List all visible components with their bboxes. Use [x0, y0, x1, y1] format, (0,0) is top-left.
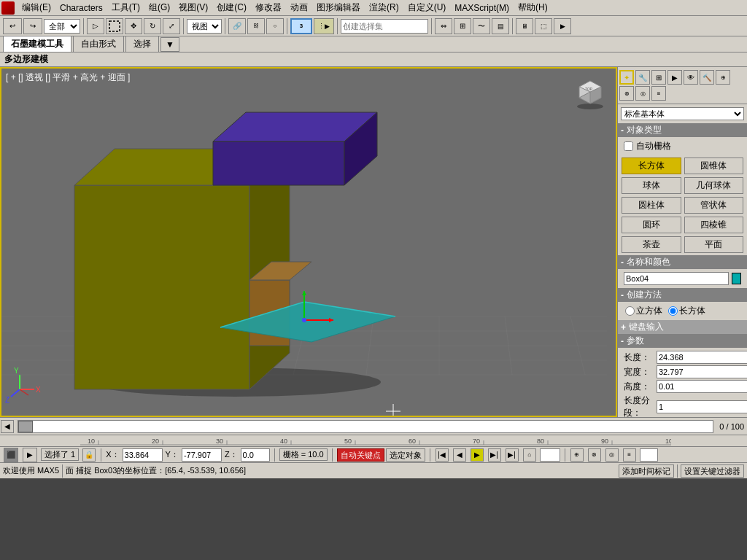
- go-start-btn[interactable]: |◀: [436, 448, 449, 462]
- viewport[interactable]: [ + [] 透视 [] 平滑 + 高光 + 迎面 ] TOP: [0, 67, 617, 417]
- tab-graphite[interactable]: 石墨建模工具: [3, 36, 71, 52]
- extra-btn1[interactable]: ⊕: [570, 448, 584, 462]
- x-coord-input[interactable]: [123, 448, 163, 462]
- undo-button[interactable]: ↩: [3, 18, 22, 34]
- prev-frame-btn[interactable]: ◀: [453, 448, 466, 462]
- menu-group[interactable]: 组(G): [144, 0, 174, 15]
- btn-geosphere[interactable]: 几何球体: [684, 177, 744, 194]
- rp-icon-create[interactable]: ✦: [619, 70, 634, 85]
- status-icon2[interactable]: ▶: [23, 448, 37, 462]
- length-input[interactable]: [657, 351, 747, 364]
- menu-tools[interactable]: 工具(T): [107, 0, 144, 15]
- align-tool[interactable]: ⊞: [454, 18, 471, 34]
- btn-box[interactable]: 长方体: [622, 158, 681, 174]
- frame-input[interactable]: [540, 448, 560, 462]
- length-seg-input[interactable]: [657, 400, 747, 413]
- width-input[interactable]: [657, 365, 747, 378]
- render-active[interactable]: ▶: [554, 18, 571, 34]
- timeline-prev-btn[interactable]: ◀: [1, 420, 14, 433]
- rotate-tool[interactable]: ↻: [144, 18, 161, 34]
- radio-box-input[interactable]: [668, 306, 678, 316]
- extra-btn3[interactable]: ◎: [605, 448, 619, 462]
- next-frame-btn[interactable]: ▶|: [488, 448, 501, 462]
- btn-torus[interactable]: 圆环: [622, 217, 681, 233]
- y-coord-input[interactable]: [182, 448, 222, 462]
- redo-button[interactable]: ↪: [23, 18, 42, 34]
- rp-icon-motion[interactable]: ▶: [667, 70, 682, 85]
- go-end-btn[interactable]: ▶|: [506, 448, 519, 462]
- move-tool[interactable]: ✥: [125, 18, 142, 34]
- menu-create[interactable]: 创建(C): [212, 0, 251, 15]
- key-mode-btn[interactable]: ⌂: [523, 448, 536, 462]
- extra-btn2[interactable]: ⊗: [588, 448, 601, 462]
- object-name-input[interactable]: [624, 272, 729, 285]
- scale-tool[interactable]: ⤢: [163, 18, 180, 34]
- render-setup[interactable]: 🖥: [516, 18, 533, 34]
- extra-btn4[interactable]: ≡: [623, 448, 636, 462]
- btn-cone[interactable]: 圆锥体: [684, 158, 744, 174]
- btn-plane[interactable]: 平面: [684, 236, 744, 253]
- btn-pyramid[interactable]: 四棱锥: [684, 217, 744, 233]
- layer-btn[interactable]: 3: [290, 18, 312, 34]
- select-tool[interactable]: ▷: [87, 18, 104, 34]
- snaps-btn[interactable]: ⋮▶: [314, 18, 334, 34]
- layer-manager[interactable]: ▤: [492, 18, 509, 34]
- timeline-slider[interactable]: [18, 420, 713, 433]
- rp-icon-display[interactable]: 👁: [684, 70, 698, 85]
- rp-icon-utilities[interactable]: 🔨: [700, 70, 714, 85]
- expand-keyboard-input[interactable]: +: [621, 322, 626, 332]
- viewport-select[interactable]: 视图: [187, 19, 222, 34]
- collapse-create-method[interactable]: -: [621, 290, 624, 300]
- bind-space[interactable]: ○: [266, 18, 284, 34]
- status-icon1[interactable]: ⬛: [4, 448, 18, 462]
- menu-characters[interactable]: Characters: [55, 1, 107, 15]
- rp-icon-extra3[interactable]: ◎: [635, 86, 650, 101]
- play-btn[interactable]: ▶: [471, 448, 484, 462]
- rp-icon-modify[interactable]: 🔧: [635, 70, 650, 85]
- rp-icon-extra1[interactable]: ⊕: [716, 70, 730, 85]
- menu-modifier[interactable]: 修改器: [251, 0, 286, 15]
- menu-maxscript[interactable]: MAXScript(M): [450, 1, 514, 15]
- collapse-params[interactable]: -: [621, 336, 624, 346]
- extra-input[interactable]: [640, 448, 658, 462]
- tab-freeform[interactable]: 自由形式: [73, 36, 124, 52]
- mirror-tool[interactable]: ⇔: [435, 18, 452, 34]
- z-coord-input[interactable]: [241, 448, 270, 462]
- selection-filter-select[interactable]: 全部: [44, 19, 80, 34]
- menu-animation[interactable]: 动画: [286, 0, 312, 15]
- collapse-name-color[interactable]: -: [621, 257, 624, 268]
- auto-grid-checkbox[interactable]: [624, 141, 633, 151]
- menu-custom[interactable]: 自定义(U): [403, 0, 451, 15]
- btn-sphere[interactable]: 球体: [622, 177, 681, 194]
- color-swatch[interactable]: [732, 273, 741, 284]
- menu-graph-editor[interactable]: 图形编辑器: [312, 0, 365, 15]
- rp-icon-hierarchy[interactable]: ⊞: [651, 70, 666, 85]
- render-btn[interactable]: ⬚: [535, 18, 552, 34]
- rp-icon-extra2[interactable]: ⊗: [619, 86, 634, 101]
- btn-tube[interactable]: 管状体: [684, 197, 744, 214]
- menu-edit[interactable]: 编辑(E): [18, 0, 55, 15]
- radio-cube-input[interactable]: [625, 306, 635, 316]
- curve-tool[interactable]: 〜: [473, 18, 490, 34]
- btn-teapot[interactable]: 茶壶: [622, 236, 681, 253]
- menu-view[interactable]: 视图(V): [174, 0, 212, 15]
- select-obj-btn[interactable]: 选定对象: [386, 448, 425, 462]
- rp-icon-extra4[interactable]: ≡: [651, 86, 666, 101]
- menu-render[interactable]: 渲染(R): [365, 0, 403, 15]
- timeline-handle[interactable]: [18, 421, 33, 432]
- collapse-object-type[interactable]: -: [621, 125, 624, 136]
- link-tool[interactable]: 🔗: [228, 18, 246, 34]
- select-region[interactable]: [106, 18, 123, 34]
- height-input[interactable]: [657, 380, 747, 393]
- tab-arrow[interactable]: ▼: [160, 37, 179, 52]
- auto-key-btn[interactable]: 自动关键点: [337, 448, 384, 462]
- btn-cylinder[interactable]: 圆柱体: [622, 197, 681, 214]
- set-key-btn[interactable]: 设置关键过滤器: [681, 464, 744, 478]
- add-time-btn[interactable]: 添加时间标记: [619, 464, 674, 478]
- unlink-tool[interactable]: ⛓: [247, 18, 265, 34]
- tab-selection[interactable]: 选择: [125, 36, 159, 52]
- standard-primitives-select[interactable]: 标准基本体: [621, 107, 744, 120]
- menu-help[interactable]: 帮助(H): [514, 0, 552, 15]
- named-selection-input[interactable]: [341, 19, 428, 34]
- lock-btn[interactable]: 🔒: [82, 448, 96, 462]
